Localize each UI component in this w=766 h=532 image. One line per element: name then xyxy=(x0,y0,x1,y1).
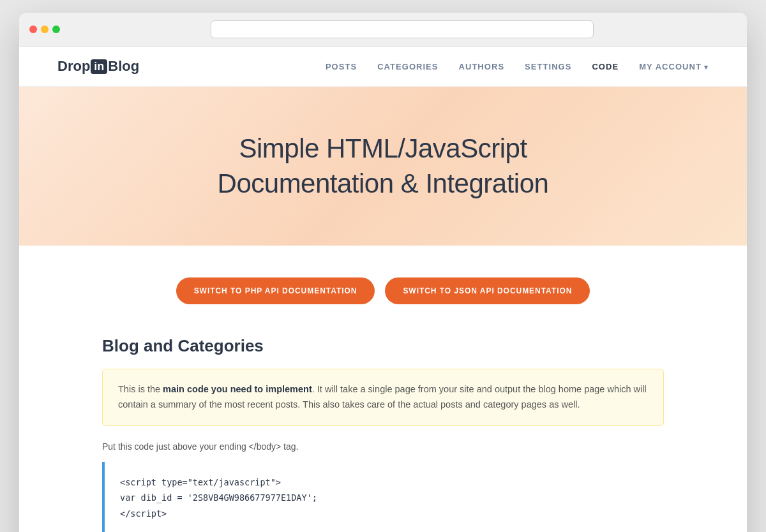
nav-item-code[interactable]: CODE xyxy=(592,61,619,72)
json-api-button[interactable]: SWITCH TO JSON API DOCUMENTATION xyxy=(385,277,590,304)
browser-window: DropinBlog POSTS CATEGORIES AUTHORS SETT… xyxy=(19,13,747,532)
nav-item-posts[interactable]: POSTS xyxy=(326,61,357,72)
info-box: This is the main code you need to implem… xyxy=(102,369,664,426)
hero-title: Simple HTML/JavaScript Documentation & I… xyxy=(57,131,709,201)
logo-drop: Drop xyxy=(57,58,90,75)
nav-link-settings[interactable]: SETTINGS xyxy=(525,62,571,71)
nav-link-code[interactable]: CODE xyxy=(592,62,619,71)
navbar: DropinBlog POSTS CATEGORIES AUTHORS SETT… xyxy=(19,47,747,87)
nav-item-myaccount[interactable]: MY ACCOUNT xyxy=(639,61,709,72)
code-line-1: <script type="text/javascript"> xyxy=(120,475,649,490)
nav-item-settings[interactable]: SETTINGS xyxy=(525,61,571,72)
logo[interactable]: DropinBlog xyxy=(57,58,139,75)
hero-title-line1: Simple HTML/JavaScript xyxy=(239,133,527,163)
url-bar[interactable] xyxy=(211,20,594,38)
browser-chrome xyxy=(19,13,747,47)
button-row: SWITCH TO PHP API DOCUMENTATION SWITCH T… xyxy=(102,277,664,304)
nav-link-posts[interactable]: POSTS xyxy=(326,62,357,71)
info-text-bold: main code you need to implement xyxy=(163,384,312,394)
section-title: Blog and Categories xyxy=(102,336,664,356)
minimize-button-dot[interactable] xyxy=(41,26,49,33)
logo-blog: Blog xyxy=(108,58,139,75)
main-content: SWITCH TO PHP API DOCUMENTATION SWITCH T… xyxy=(64,246,702,532)
nav-item-authors[interactable]: AUTHORS xyxy=(459,61,505,72)
code-line-3: </script> xyxy=(120,506,649,521)
page-content: DropinBlog POSTS CATEGORIES AUTHORS SETT… xyxy=(19,47,747,532)
instruction-text: Put this code just above your ending </b… xyxy=(102,441,664,452)
nav-links: POSTS CATEGORIES AUTHORS SETTINGS CODE M… xyxy=(326,61,709,72)
hero-banner: Simple HTML/JavaScript Documentation & I… xyxy=(19,87,747,246)
nav-link-authors[interactable]: AUTHORS xyxy=(459,62,505,71)
nav-link-myaccount[interactable]: MY ACCOUNT xyxy=(639,62,709,71)
browser-dots xyxy=(29,26,60,33)
logo-in: in xyxy=(91,59,107,74)
info-text-before: This is the xyxy=(118,384,163,394)
nav-item-categories[interactable]: CATEGORIES xyxy=(377,61,438,72)
nav-link-categories[interactable]: CATEGORIES xyxy=(377,62,438,71)
php-api-button[interactable]: SWITCH TO PHP API DOCUMENTATION xyxy=(176,277,375,304)
maximize-button-dot[interactable] xyxy=(52,26,60,33)
hero-title-line2: Documentation & Integration xyxy=(218,168,549,198)
close-button-dot[interactable] xyxy=(29,26,37,33)
code-block: <script type="text/javascript"> var dib_… xyxy=(102,462,664,532)
code-line-2: var dib_id = '2S8VB4GW986677977E1DAY'; xyxy=(120,490,649,505)
